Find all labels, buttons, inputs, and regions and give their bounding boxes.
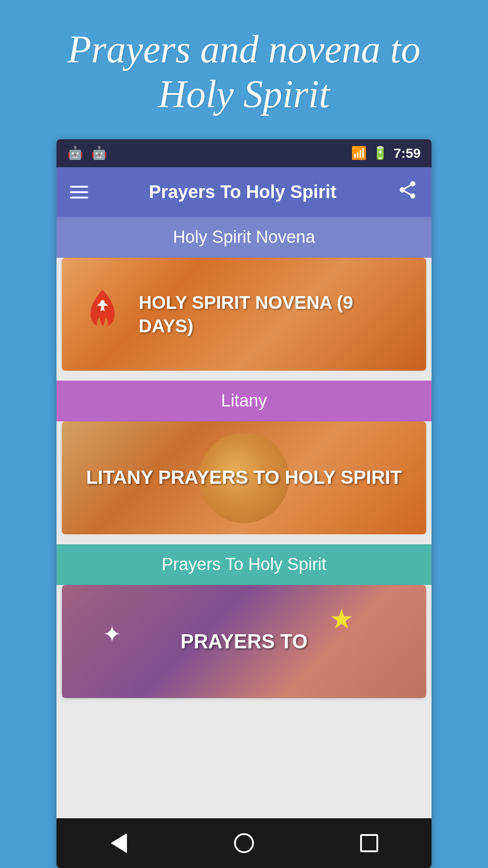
novena-card-title: HOLY SPIRIT NOVENA (9 DAYS) bbox=[139, 291, 408, 338]
android-icon-1: 🤖 bbox=[67, 146, 83, 160]
status-bar: 🤖 🤖 📶 🔋 7:59 bbox=[56, 139, 432, 167]
litany-card-content: LITANY PRAYERS TO HOLY SPIRIT bbox=[86, 465, 402, 490]
back-button[interactable] bbox=[101, 825, 137, 861]
status-bar-left: 🤖 🤖 bbox=[67, 146, 107, 160]
litany-card-title: LITANY PRAYERS TO HOLY SPIRIT bbox=[86, 465, 402, 490]
gap-1 bbox=[56, 371, 432, 381]
novena-card-content: HOLY SPIRIT NOVENA (9 DAYS) bbox=[62, 287, 426, 341]
litany-section-header[interactable]: Litany bbox=[56, 381, 432, 421]
sparkle-icon: ✦ bbox=[103, 621, 122, 647]
gap-2 bbox=[56, 534, 432, 544]
recent-button[interactable] bbox=[351, 825, 387, 861]
phone-frame: 🤖 🤖 📶 🔋 7:59 Prayers To Holy Spirit Holy… bbox=[56, 139, 432, 868]
novena-section-header[interactable]: Holy Spirit Novena bbox=[56, 217, 432, 258]
menu-button[interactable] bbox=[70, 186, 88, 198]
recent-icon bbox=[360, 834, 378, 852]
litany-card[interactable]: LITANY PRAYERS TO HOLY SPIRIT bbox=[62, 421, 426, 534]
prayers-section: Prayers To Holy Spirit ✦ ★ PRAYERS TO bbox=[56, 544, 432, 698]
battery-icon: 🔋 bbox=[372, 146, 388, 160]
time-display: 7:59 bbox=[394, 146, 421, 161]
litany-section: Litany LITANY PRAYERS TO HOLY SPIRIT bbox=[56, 381, 432, 534]
litany-card-image: LITANY PRAYERS TO HOLY SPIRIT bbox=[62, 421, 426, 534]
signal-icon: 📶 bbox=[351, 146, 367, 160]
content-area: Holy Spirit Novena HOLY SPIRIT NOVENA (9… bbox=[56, 217, 432, 818]
home-icon bbox=[234, 833, 254, 853]
novena-section: Holy Spirit Novena HOLY SPIRIT NOVENA (9… bbox=[56, 217, 432, 371]
star-icon: ★ bbox=[329, 603, 354, 635]
svg-point-0 bbox=[100, 300, 105, 305]
bottom-navigation bbox=[56, 818, 432, 868]
prayers-card-title: PRAYERS TO bbox=[180, 630, 307, 653]
novena-card-image: HOLY SPIRIT NOVENA (9 DAYS) bbox=[62, 258, 426, 371]
app-bar-title: Prayers To Holy Spirit bbox=[88, 182, 397, 202]
flame-dove-icon bbox=[80, 287, 125, 341]
page-title: Prayers and novena to Holy Spirit bbox=[0, 0, 488, 139]
prayers-card[interactable]: ✦ ★ PRAYERS TO bbox=[62, 585, 426, 698]
prayers-section-header[interactable]: Prayers To Holy Spirit bbox=[56, 544, 432, 585]
share-button[interactable] bbox=[397, 179, 418, 205]
android-icon-2: 🤖 bbox=[91, 146, 107, 160]
status-bar-right: 📶 🔋 7:59 bbox=[351, 146, 421, 161]
novena-card[interactable]: HOLY SPIRIT NOVENA (9 DAYS) bbox=[62, 258, 426, 371]
prayers-card-image: ✦ ★ PRAYERS TO bbox=[62, 585, 426, 698]
app-bar: Prayers To Holy Spirit bbox=[56, 167, 432, 217]
home-button[interactable] bbox=[226, 825, 262, 861]
back-icon bbox=[111, 833, 127, 853]
